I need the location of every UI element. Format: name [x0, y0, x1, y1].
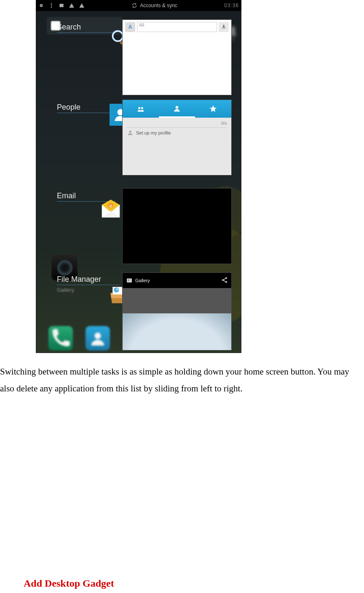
gallery-icon [126, 277, 133, 284]
search-preview-input: All [137, 22, 217, 32]
status-sync-area: Accounts & sync [131, 3, 177, 8]
recent-task-people[interactable]: People M [36, 100, 241, 184]
gallery-preview-header: Gallery [123, 273, 231, 288]
phone-screenshot: Accounts & sync 03:36 Search A All [36, 0, 241, 353]
svg-point-12 [141, 107, 143, 109]
svg-text:@: @ [109, 204, 113, 208]
people-tab-groups [123, 100, 159, 118]
svg-rect-21 [127, 278, 132, 282]
svg-point-22 [128, 280, 129, 281]
image-icon [59, 3, 64, 8]
dock-contacts-icon [86, 326, 110, 350]
svg-point-23 [226, 278, 227, 279]
svg-rect-9 [223, 25, 225, 28]
status-notification-icons [38, 3, 85, 8]
people-tab-all [159, 100, 195, 118]
task-label-search: Search [57, 23, 116, 33]
caption-text: Switching between multiple tasks is as s… [0, 364, 364, 397]
task-preview-search[interactable]: A All [122, 19, 232, 95]
people-setup-text: Set up my profile [136, 130, 171, 135]
task-preview-email[interactable] [122, 188, 232, 264]
share-icon [221, 277, 228, 284]
mic-icon [219, 22, 229, 32]
location-icon [38, 3, 44, 8]
recent-apps-list[interactable]: Search A All People [36, 11, 241, 353]
search-scope-icon: A [125, 22, 135, 32]
task-preview-gallery[interactable]: Gallery [122, 272, 232, 350]
email-app-icon: @ [99, 197, 123, 222]
svg-point-20 [116, 288, 118, 290]
task-preview-people[interactable]: Me Set up my profile [122, 100, 232, 175]
svg-point-7 [113, 31, 123, 41]
svg-point-24 [222, 280, 224, 281]
svg-point-1 [41, 5, 42, 6]
status-time: 03:36 [224, 3, 239, 8]
svg-point-26 [94, 333, 101, 339]
sync-icon [131, 3, 137, 8]
section-heading: Add Desktop Gadget [24, 578, 114, 589]
task-sublabel-gallery: Gallery [57, 287, 74, 293]
dock-phone-icon [48, 326, 73, 350]
people-preview-body: Me Set up my profile [123, 118, 231, 141]
status-bar: Accounts & sync 03:36 [36, 0, 241, 11]
svg-point-25 [226, 281, 227, 283]
recent-task-search[interactable]: Search A All [36, 19, 241, 104]
warning-icon-2 [79, 3, 85, 8]
svg-point-13 [176, 106, 179, 109]
search-preview-bar: A All [123, 20, 231, 34]
home-dock [48, 326, 110, 350]
people-tabs [123, 100, 231, 118]
warning-icon [69, 3, 75, 8]
svg-point-19 [114, 287, 119, 292]
people-tab-favorites [195, 100, 231, 118]
people-me-label: Me [127, 121, 227, 126]
svg-point-2 [51, 7, 52, 8]
usb-icon [48, 3, 54, 8]
task-label-people: People [57, 103, 116, 113]
svg-point-11 [138, 107, 140, 109]
gallery-title: Gallery [135, 278, 150, 283]
gallery-preview-image [123, 288, 231, 350]
status-sync-label: Accounts & sync [140, 3, 177, 8]
svg-point-14 [129, 131, 131, 133]
svg-rect-3 [59, 4, 63, 7]
